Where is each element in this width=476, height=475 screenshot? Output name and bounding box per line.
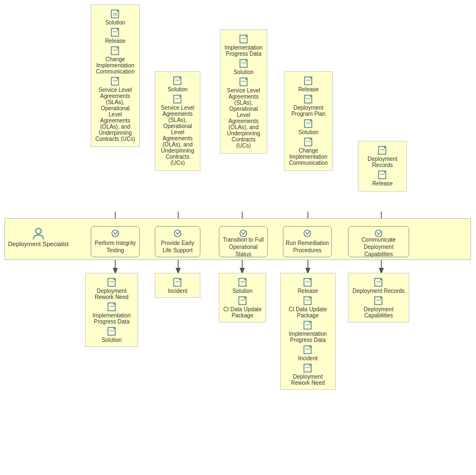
item-label: Release (284, 288, 332, 294)
top-card-col1: Solution Release Change Implementation C… (91, 4, 140, 147)
item-label: Incident (284, 355, 332, 361)
svg-point-10 (36, 228, 41, 234)
process-perform-integrity-testing[interactable]: Perform Integrity Testing (91, 226, 140, 257)
svg-point-43 (174, 230, 181, 237)
bottom-card-col2: Incident (155, 273, 200, 298)
process-run-remediation[interactable]: Run Remediation Procedures (283, 226, 332, 257)
svg-point-45 (304, 230, 311, 237)
doc-icon (303, 364, 313, 373)
bottom-card-col1: Deployment Rework Need Implementation Pr… (85, 273, 138, 347)
item-label: Service Level Agreements (SLAs), Operati… (159, 105, 197, 166)
doc-icon (239, 77, 249, 86)
item-label: Deployment Records (362, 156, 403, 168)
doc-icon (303, 296, 313, 305)
process-label: Communicate Deployment Capabilities (351, 236, 406, 258)
item-label: Release (288, 86, 329, 92)
item-label: Deployment Program Plan (288, 105, 329, 117)
item-label: Solution (223, 288, 262, 294)
doc-icon (303, 321, 313, 330)
doc-icon (377, 146, 387, 155)
item-label: CI Data Update Package (284, 306, 332, 319)
doc-icon (303, 76, 313, 85)
process-label: Provide Early Life Support (158, 239, 198, 254)
doc-icon (110, 46, 120, 55)
process-transition-full-operational[interactable]: Transition to Full Operational Status (219, 226, 268, 257)
doc-icon (238, 296, 248, 305)
doc-icon (110, 9, 120, 18)
doc-icon (173, 95, 183, 104)
item-label: Solution (95, 19, 136, 26)
process-communicate-deployment[interactable]: Communicate Deployment Capabilities (348, 226, 409, 257)
doc-icon (238, 278, 248, 287)
item-label: Change Implementation Communication (95, 56, 136, 75)
doc-icon (374, 296, 384, 305)
item-label: Release (95, 38, 136, 44)
doc-icon (239, 35, 249, 43)
doc-icon (303, 278, 313, 287)
item-label: Implementation Progress Data (89, 312, 134, 325)
process-icon (238, 229, 248, 238)
item-label: Solution (288, 129, 329, 135)
process-icon (173, 229, 183, 238)
doc-icon (303, 95, 313, 104)
process-provide-early-life-support[interactable]: Provide Early Life Support (155, 226, 200, 257)
process-icon (110, 229, 120, 238)
item-label: Deployment Rework Need (284, 374, 332, 386)
item-label: Deployment Rework Need (89, 288, 134, 300)
top-card-col4: Release Deployment Program Plan Solution… (284, 71, 333, 171)
item-label: Solution (89, 337, 134, 343)
process-label: Transition to Full Operational Status (222, 236, 265, 258)
doc-icon (107, 302, 117, 311)
doc-icon (107, 327, 117, 336)
item-label: CI Data Update Package (223, 306, 262, 319)
svg-point-42 (112, 230, 119, 237)
person-icon (32, 227, 45, 239)
process-icon (302, 229, 312, 238)
actor-deployment-specialist: Deployment Specialist (8, 227, 69, 247)
doc-icon (110, 28, 120, 37)
doc-icon (377, 170, 387, 179)
item-label: Change Implementation Communication (288, 148, 329, 166)
doc-icon (303, 138, 313, 146)
top-card-col5: Deployment Records Release (358, 141, 407, 192)
item-label: Incident (159, 288, 197, 294)
bottom-card-col4: Release CI Data Update Package Implement… (280, 273, 336, 390)
item-label: Service Level Agreements (SLAs), Operati… (95, 87, 136, 142)
svg-point-46 (375, 230, 382, 237)
item-label: Implementation Progress Data (284, 331, 332, 343)
actor-label: Deployment Specialist (8, 241, 69, 247)
doc-icon (173, 76, 183, 85)
top-card-col3: Implementation Progress Data Solution Se… (220, 30, 267, 154)
diagram-container: Deployment Specialist Solution Release C… (0, 0, 476, 475)
process-label: Perform Integrity Testing (94, 239, 137, 254)
process-icon (374, 229, 384, 238)
item-label: Deployment Records (352, 288, 405, 294)
item-label: Solution (159, 86, 197, 92)
doc-icon (303, 345, 313, 354)
top-card-col2: Solution Service Level Agreements (SLAs)… (155, 71, 200, 171)
item-label: Implementation Progress Data (224, 45, 263, 57)
process-label: Run Remediation Procedures (286, 239, 329, 254)
bottom-card-col5: Deployment Records Deployment Capabiliti… (348, 273, 409, 322)
item-label: Service Level Agreements (SLAs), Operati… (224, 87, 263, 149)
item-label: Deployment Capabilities (352, 306, 405, 319)
doc-icon (110, 77, 120, 86)
doc-icon (303, 119, 313, 128)
bottom-card-col3: Solution CI Data Update Package (219, 273, 266, 322)
svg-point-44 (240, 230, 247, 237)
doc-icon (173, 278, 183, 287)
item-label: Solution (224, 69, 263, 75)
doc-icon (374, 278, 384, 287)
doc-icon (239, 59, 249, 68)
doc-icon (107, 278, 117, 287)
item-label: Release (362, 180, 403, 187)
